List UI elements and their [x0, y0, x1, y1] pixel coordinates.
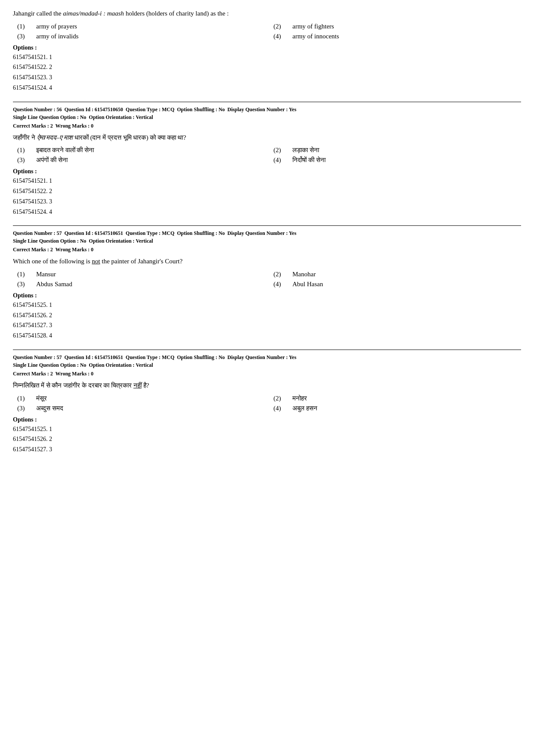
q57-option-3-num: (3) — [17, 281, 29, 288]
q55-option-3: (3) army of invalids — [17, 33, 265, 40]
q56-option-1-text: इबादत करने वालों की सेना — [36, 147, 94, 154]
q57-option-2: (2) Manohar — [273, 271, 521, 278]
q55-option-2-num: (2) — [273, 23, 286, 30]
q55-option-4-num: (4) — [273, 33, 286, 40]
q57-hindi-code-2: 61547541526. 2 — [13, 434, 521, 444]
question-57-hindi: निम्नलिखित में से कौन जहांगीर के दरबार क… — [13, 381, 521, 455]
q56-option-3: (3) अपंगों की सेना — [17, 156, 265, 164]
q57-code-1: 61547541525. 1 — [13, 300, 521, 310]
q57-option-4-num: (4) — [273, 281, 286, 288]
q55-option-1-text: army of prayers — [36, 23, 77, 30]
q55-text-italic: aimas/madad-i : maash — [63, 10, 124, 17]
q57-meta: Question Number : 57 Question Id : 61547… — [13, 225, 521, 245]
q57-hindi-option-3-num: (3) — [17, 405, 29, 412]
q57-hindi-option-2-num: (2) — [273, 395, 286, 402]
q56-options-grid: (1) इबादत करने वालों की सेना (2) लड़ाका … — [13, 147, 521, 164]
q55-options-label: Options : — [13, 44, 521, 51]
q57-hindi-option-1: (1) मंसूर — [17, 395, 265, 402]
q57-marks2: Correct Marks : 2 Wrong Marks : 0 — [13, 371, 521, 377]
q55-text-part1: Jahangir called the — [13, 10, 63, 17]
q57-hindi-code-1: 61547541525. 1 — [13, 424, 521, 434]
q56-option-4-num: (4) — [273, 156, 286, 164]
q55-option-3-num: (3) — [17, 33, 29, 40]
q55-option-4: (4) army of innocents — [273, 33, 521, 40]
q57-english-text: Which one of the following is not the pa… — [13, 256, 521, 266]
q56-marks: Correct Marks : 2 Wrong Marks : 0 — [13, 123, 521, 129]
q55-option-1-num: (1) — [17, 23, 29, 30]
q57-option-4: (4) Abul Hasan — [273, 281, 521, 288]
q55-code-3: 61547541523. 3 — [13, 72, 521, 83]
q57-option-1: (1) Mansur — [17, 271, 265, 278]
q55-option-2-text: army of fighters — [292, 23, 334, 30]
q57-option-2-num: (2) — [273, 271, 286, 278]
q57-hindi-options-label: Options : — [13, 416, 521, 423]
q56-code-3: 61547541523. 3 — [13, 197, 521, 207]
q57-hindi-text: निम्नलिखित में से कौन जहांगीर के दरबार क… — [13, 381, 521, 390]
q56-hindi-italic: ऐमा/मदद–ए माश — [37, 134, 73, 141]
q55-option-2: (2) army of fighters — [273, 23, 521, 30]
q56-options-label: Options : — [13, 168, 521, 175]
q56-code-1: 61547541521. 1 — [13, 176, 521, 186]
question-55-text: Jahangir called the aimas/madad-i : maas… — [13, 9, 521, 19]
q55-code-4: 61547541524. 4 — [13, 83, 521, 93]
q57-option-3-text: Abdus Samad — [36, 281, 72, 288]
q57-hindi-option-3: (3) अब्दुस समद — [17, 405, 265, 412]
q55-code-2: 61547541522. 2 — [13, 62, 521, 72]
q57-hindi-option-4-text: अबुल हसन — [292, 405, 317, 412]
q57-options-label: Options : — [13, 292, 521, 299]
q56-option-2-text: लड़ाका सेना — [292, 147, 319, 154]
q56-code-4: 61547541524. 4 — [13, 207, 521, 217]
q57-hindi-option-4-num: (4) — [273, 405, 286, 412]
q56-option-2-num: (2) — [273, 147, 286, 154]
q57-option-2-text: Manohar — [292, 271, 316, 278]
q56-option-3-text: अपंगों की सेना — [36, 156, 68, 164]
q55-option-4-text: army of innocents — [292, 33, 339, 40]
q57-hindi-options-grid: (1) मंसूर (2) मनोहर (3) अब्दुस समद (4) अ… — [13, 395, 521, 412]
q55-option-1: (1) army of prayers — [17, 23, 265, 30]
q55-text-part2: holders (holders of charity land) as the… — [124, 10, 229, 17]
q57-marks: Correct Marks : 2 Wrong Marks : 0 — [13, 247, 521, 253]
q57-hindi-option-2-text: मनोहर — [292, 395, 307, 402]
q57-option-4-text: Abul Hasan — [292, 281, 323, 288]
q56-option-4-text: निर्दोषों की सेना — [292, 156, 326, 164]
question-55-english: Jahangir called the aimas/madad-i : maas… — [13, 9, 521, 93]
q57-code-4: 61547541528. 4 — [13, 331, 521, 341]
q55-code-1: 61547541521. 1 — [13, 52, 521, 62]
q57-code-3: 61547541527. 3 — [13, 320, 521, 331]
q57-text-part2: the painter of Jahangir's Court? — [100, 258, 182, 265]
question-57-english: Which one of the following is not the pa… — [13, 256, 521, 341]
q57-hindi-underline: नहीं — [134, 382, 142, 389]
q57-option-3: (3) Abdus Samad — [17, 281, 265, 288]
q57-hindi-code-3: 61547541527. 3 — [13, 444, 521, 455]
q57-hindi-option-2: (2) मनोहर — [273, 395, 521, 402]
q56-option-1-num: (1) — [17, 147, 29, 154]
question-56-hindi: जहाँगीर ने ऐमा/मदद–ए माश धारकों (दान में… — [13, 133, 521, 217]
q56-option-2: (2) लड़ाका सेना — [273, 147, 521, 154]
q56-meta: Question Number : 56 Question Id : 61547… — [13, 102, 521, 121]
q57-meta2: Question Number : 57 Question Id : 61547… — [13, 350, 521, 369]
q56-option-4: (4) निर्दोषों की सेना — [273, 156, 521, 164]
q57-text-part1: Which one of the following is — [13, 258, 92, 265]
q57-code-2: 61547541526. 2 — [13, 310, 521, 321]
q57-hindi-option-4: (4) अबुल हसन — [273, 405, 521, 412]
q55-options-grid: (1) army of prayers (2) army of fighters… — [13, 23, 521, 40]
q56-code-2: 61547541522. 2 — [13, 186, 521, 197]
q55-option-3-text: army of invalids — [36, 33, 78, 40]
q57-option-1-num: (1) — [17, 271, 29, 278]
q57-text-underline: not — [92, 258, 100, 265]
q57-options-grid: (1) Mansur (2) Manohar (3) Abdus Samad (… — [13, 271, 521, 288]
q57-option-1-text: Mansur — [36, 271, 56, 278]
q56-option-1: (1) इबादत करने वालों की सेना — [17, 147, 265, 154]
q57-hindi-option-3-text: अब्दुस समद — [36, 405, 63, 412]
q56-option-3-num: (3) — [17, 156, 29, 164]
q57-hindi-option-1-text: मंसूर — [36, 395, 47, 402]
q56-hindi-text: जहाँगीर ने ऐमा/मदद–ए माश धारकों (दान में… — [13, 133, 521, 143]
q57-hindi-option-1-num: (1) — [17, 395, 29, 402]
